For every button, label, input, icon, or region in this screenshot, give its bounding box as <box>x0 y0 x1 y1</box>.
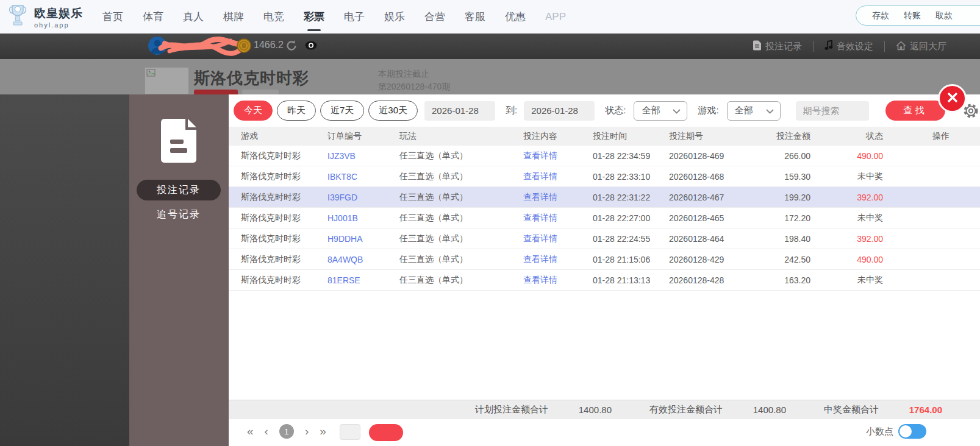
date-from-input[interactable] <box>424 101 495 121</box>
nav-app[interactable]: APP <box>545 11 566 23</box>
cell-view-details-link[interactable]: 查看详情 <box>523 171 593 182</box>
cell-view-details-link[interactable]: 查看详情 <box>523 150 593 161</box>
coin-icon <box>237 38 251 55</box>
bet-records-link[interactable]: 投注记录 <box>753 40 802 52</box>
page-jump-input[interactable] <box>340 424 360 440</box>
nav-promos[interactable]: 优惠 <box>505 10 526 24</box>
game-title: 斯洛伐克时时彩 <box>194 68 309 89</box>
cell-game: 斯洛伐克时时彩 <box>241 254 327 265</box>
cell-period: 20260128-467 <box>669 193 768 202</box>
site-logo[interactable]: 欧皇娱乐 ohyl.app <box>6 4 85 30</box>
nav-entertainment[interactable]: 娱乐 <box>384 10 405 24</box>
nav-lottery[interactable]: 彩票 <box>304 10 324 24</box>
table-header: 游戏 订单编号 玩法 投注内容 投注时间 投注期号 投注金额 状态 操作 <box>229 127 980 146</box>
filter-bar: 今天 昨天 近7天 近30天 到: 状态: 全部 游戏: 全部 查找 <box>229 94 980 127</box>
cell-game: 斯洛伐克时时彩 <box>241 150 327 161</box>
gear-icon[interactable] <box>963 103 979 119</box>
play-mode-button-gray[interactable] <box>242 90 279 94</box>
filter-last30-button[interactable]: 近30天 <box>368 101 418 121</box>
nav-sports[interactable]: 体育 <box>143 10 163 24</box>
game-thumbnail-placeholder <box>145 67 189 94</box>
nav-esports[interactable]: 电竞 <box>263 10 284 24</box>
deadline-info: 本期投注截止 第20260128-470期 <box>378 68 450 93</box>
cell-view-details-link[interactable]: 查看详情 <box>523 233 593 244</box>
cell-order-id-link[interactable]: I39FGD <box>327 193 399 202</box>
cell-view-details-link[interactable]: 查看详情 <box>523 254 593 265</box>
col-action: 操作 <box>883 131 950 142</box>
next-page-button[interactable]: › <box>305 424 309 439</box>
col-play: 玩法 <box>399 131 523 142</box>
sidebar-item-chase-records[interactable]: 追号记录 <box>137 204 221 225</box>
filter-last7-button[interactable]: 近7天 <box>320 101 364 121</box>
deposit-button[interactable]: 存款 <box>872 10 889 21</box>
nav-home[interactable]: 首页 <box>102 10 123 24</box>
cell-view-details-link[interactable]: 查看详情 <box>523 213 593 224</box>
cell-game: 斯洛伐克时时彩 <box>241 192 327 203</box>
cell-order-id-link[interactable]: 8A4WQB <box>327 255 399 264</box>
modal-close-button[interactable] <box>938 84 967 113</box>
nav-cards[interactable]: 棋牌 <box>223 10 244 24</box>
cell-order-id-link[interactable]: H9DDHA <box>327 234 399 244</box>
empty-space <box>229 291 980 400</box>
nav-partnership[interactable]: 合营 <box>424 10 445 24</box>
status-select-value: 全部 <box>642 105 660 116</box>
transfer-button[interactable]: 转账 <box>904 10 921 21</box>
back-to-lobby-label: 返回大厅 <box>910 41 946 52</box>
cell-view-details-link[interactable]: 查看详情 <box>523 275 593 286</box>
cell-play: 任三直选（单式） <box>399 171 523 182</box>
play-mode-button-red[interactable] <box>194 90 238 94</box>
cell-amount: 163.20 <box>768 275 810 285</box>
filter-today-button[interactable]: 今天 <box>234 101 273 121</box>
nav-support[interactable]: 客服 <box>465 10 485 24</box>
valid-total-value: 1400.80 <box>723 405 786 415</box>
refresh-balance-icon[interactable] <box>285 40 298 54</box>
last-page-button[interactable]: » <box>320 424 326 439</box>
cell-amount: 266.00 <box>768 151 810 161</box>
back-to-lobby-link[interactable]: 返回大厅 <box>896 41 946 52</box>
first-page-button[interactable]: « <box>247 424 254 439</box>
cell-time: 01-28 21:13:13 <box>593 275 669 285</box>
eye-icon[interactable] <box>305 41 317 52</box>
nav-live[interactable]: 真人 <box>183 10 204 24</box>
main-menu: 首页 体育 真人 棋牌 电竞 彩票 电子 娱乐 合营 客服 优惠 APP <box>102 10 566 24</box>
cell-view-details-link[interactable]: 查看详情 <box>523 192 593 203</box>
trophy-logo-icon <box>6 4 29 30</box>
game-select-value: 全部 <box>735 105 753 116</box>
redacted-username-scribble <box>157 35 249 60</box>
cell-status: 未中奖 <box>810 275 883 286</box>
col-amount: 投注金额 <box>768 131 810 142</box>
date-to-input[interactable] <box>524 101 595 121</box>
nav-slots[interactable]: 电子 <box>344 10 365 24</box>
brand-name: 欧皇娱乐 <box>34 5 83 21</box>
game-header: 斯洛伐克时时彩 本期投注截止 第20260128-470期 00 00 49 投… <box>0 59 980 94</box>
cell-amount: 199.20 <box>768 193 810 202</box>
filter-yesterday-button[interactable]: 昨天 <box>277 101 316 121</box>
period-search-input[interactable] <box>796 101 869 121</box>
cell-order-id-link[interactable]: HJ001B <box>327 213 399 223</box>
bet-table: 游戏 订单编号 玩法 投注内容 投注时间 投注期号 投注金额 状态 操作 斯洛伐… <box>229 127 980 291</box>
modal-backdrop <box>0 94 129 446</box>
divider <box>813 41 814 52</box>
table-row: 斯洛伐克时时彩 I39FGD 任三直选（单式） 查看详情 01-28 22:31… <box>229 187 980 208</box>
prev-page-button[interactable]: ‹ <box>265 424 268 439</box>
current-page-indicator[interactable]: 1 <box>279 424 294 439</box>
page: 欧皇娱乐 ohyl.app 首页 体育 真人 棋牌 电竞 彩票 电子 娱乐 合营… <box>0 0 980 446</box>
cell-order-id-link[interactable]: IBKT8C <box>327 172 399 182</box>
page-jump-button[interactable] <box>369 424 403 441</box>
decimal-label: 小数点 <box>866 426 893 437</box>
search-button[interactable]: 查找 <box>885 101 945 121</box>
decimal-toggle[interactable] <box>898 424 926 439</box>
status-select[interactable]: 全部 <box>634 101 687 121</box>
game-select[interactable]: 全部 <box>727 101 781 121</box>
cell-play: 任三直选（单式） <box>399 213 523 224</box>
cell-order-id-link[interactable]: 81ERSE <box>327 275 399 285</box>
sound-settings-link[interactable]: 音效设定 <box>824 40 873 52</box>
user-avatar[interactable] <box>148 37 166 55</box>
col-time: 投注时间 <box>593 131 669 142</box>
sidebar-item-bet-records[interactable]: 投注记录 <box>137 180 221 200</box>
table-row: 斯洛伐克时时彩 IBKT8C 任三直选（单式） 查看详情 01-28 22:33… <box>229 166 980 187</box>
withdraw-button[interactable]: 取款 <box>935 10 953 21</box>
toggle-knob <box>900 425 912 437</box>
cell-order-id-link[interactable]: IJZ3VB <box>327 151 399 161</box>
brand-domain: ohyl.app <box>34 21 83 29</box>
